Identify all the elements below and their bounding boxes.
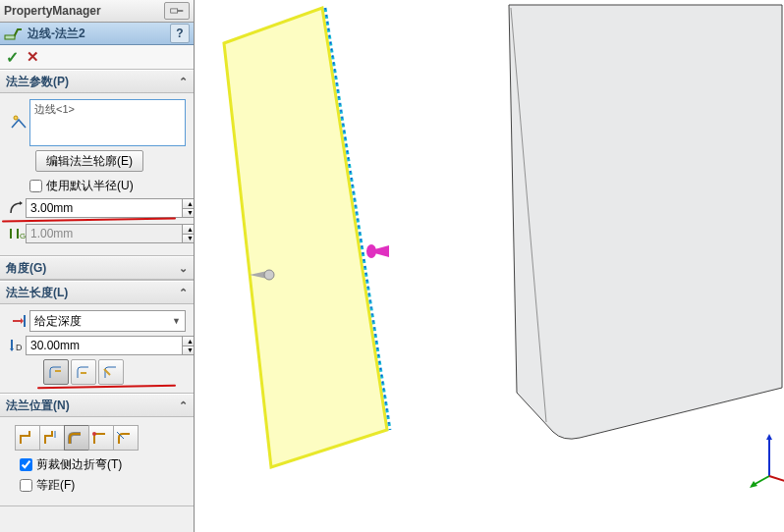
help-button[interactable]: ? <box>170 24 190 43</box>
ok-cancel-bar: ✓ ✕ <box>0 45 194 70</box>
bend-radius-value[interactable] <box>26 198 183 218</box>
edge-flange-icon <box>4 25 24 42</box>
section-header-length[interactable]: 法兰长度(L) ⌃ <box>0 281 194 304</box>
use-default-radius-label: 使用默认半径(U) <box>46 178 134 194</box>
depth-type-dropdown[interactable]: 给定深度 ▼ <box>29 310 186 332</box>
edge-item: 边线<1> <box>34 103 75 115</box>
command-title-bar: 边线-法兰2 ? <box>0 23 194 45</box>
svg-rect-2 <box>5 35 15 39</box>
view-triad-icon <box>750 432 784 491</box>
section-flange-position: 法兰位置(N) ⌃ 剪裁侧边折弯(T) <box>0 394 194 506</box>
svg-point-10 <box>92 432 96 436</box>
length-ref-inner-virtual-sharp[interactable] <box>71 359 96 385</box>
section-title: 法兰位置(N) <box>6 398 70 414</box>
spin-up-icon[interactable]: ▲ <box>183 198 194 208</box>
svg-rect-0 <box>171 9 178 13</box>
position-virtual-sharp[interactable] <box>88 425 114 451</box>
length-ref-tangent-bend[interactable] <box>98 359 124 385</box>
svg-line-16 <box>769 476 784 483</box>
use-default-radius-checkbox[interactable] <box>29 180 42 192</box>
spin-down-icon[interactable]: ▼ <box>183 208 194 219</box>
offset-label: 等距(F) <box>36 477 75 494</box>
trim-side-bends-label: 剪裁侧边折弯(T) <box>36 456 122 473</box>
chevron-up-icon: ⌃ <box>179 399 188 412</box>
position-tangent-bend[interactable] <box>113 425 139 451</box>
depth-value[interactable] <box>26 336 183 355</box>
position-bend-outside[interactable] <box>64 425 89 451</box>
graphics-viewport[interactable] <box>195 0 784 532</box>
section-header-angle[interactable]: 角度(G) ⌄ <box>0 256 194 280</box>
depth-type-icon <box>8 312 29 330</box>
length-ref-outer-virtual-sharp[interactable] <box>43 359 69 385</box>
gap-value <box>26 224 183 243</box>
section-angle: 角度(G) ⌄ <box>0 256 194 281</box>
svg-point-13 <box>264 270 274 280</box>
edge-selection-list[interactable]: 边线<1> <box>29 99 186 146</box>
svg-text:D: D <box>16 343 23 352</box>
panel-title-bar: PropertyManager <box>0 0 194 23</box>
spin-down-icon[interactable]: ▼ <box>183 346 194 356</box>
chevron-down-icon: ⌄ <box>179 262 188 275</box>
svg-point-3 <box>14 116 18 120</box>
pin-icon[interactable] <box>164 2 190 20</box>
bend-radius-input[interactable]: ▲▼ <box>26 198 194 218</box>
edit-flange-profile-button[interactable]: 编辑法兰轮廓(E) <box>35 150 143 172</box>
depth-input[interactable]: ▲▼ <box>26 336 194 355</box>
section-title: 法兰参数(P) <box>6 74 69 90</box>
command-title: 边线-法兰2 <box>28 26 170 42</box>
section-header-position[interactable]: 法兰位置(N) ⌃ <box>0 394 194 417</box>
position-material-outside[interactable] <box>39 425 65 451</box>
ok-button[interactable]: ✓ <box>6 48 19 67</box>
bend-radius-icon <box>8 199 26 217</box>
section-flange-params: 法兰参数(P) ⌃ 边线<1> 编辑法兰轮廓(E) <box>0 70 194 256</box>
section-flange-length: 法兰长度(L) ⌃ 给定深度 ▼ <box>0 281 194 394</box>
spin-up-icon[interactable]: ▲ <box>183 336 194 346</box>
offset-checkbox[interactable] <box>20 479 32 492</box>
cancel-button[interactable]: ✕ <box>27 48 39 66</box>
trim-side-bends-checkbox[interactable] <box>20 458 32 471</box>
dropdown-icon: ▼ <box>172 316 181 326</box>
section-header-params[interactable]: 法兰参数(P) ⌃ <box>0 70 194 93</box>
model-preview <box>195 0 784 532</box>
section-title: 角度(G) <box>6 260 46 277</box>
gap-icon: G <box>8 225 26 242</box>
position-material-inside[interactable] <box>15 425 40 451</box>
panel-title: PropertyManager <box>4 4 101 18</box>
chevron-up-icon: ⌃ <box>179 76 188 88</box>
property-manager-panel: PropertyManager 边线-法兰2 ? ✓ ✕ 法兰参数(P) ⌃ <box>0 0 195 532</box>
depth-type-value: 给定深度 <box>34 313 82 330</box>
gap-input: ▲▼ <box>26 224 194 243</box>
edge-select-icon <box>8 114 29 132</box>
depth-icon: D <box>8 337 26 354</box>
chevron-up-icon: ⌃ <box>179 287 188 299</box>
svg-point-12 <box>366 244 376 258</box>
section-title: 法兰长度(L) <box>6 285 68 301</box>
